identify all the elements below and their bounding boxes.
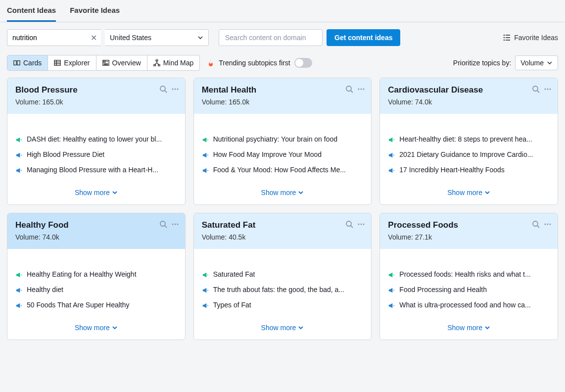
show-more-link[interactable]: Show more <box>380 318 558 340</box>
idea-row[interactable]: Food & Your Mood: How Food Affects Me... <box>202 162 364 178</box>
idea-text: Nutritional psychiatry: Your brain on fo… <box>213 135 337 143</box>
more-icon[interactable] <box>171 85 179 93</box>
svg-point-36 <box>547 89 548 90</box>
favorite-ideas-link[interactable]: Favorite Ideas <box>503 34 558 42</box>
show-more-link[interactable]: Show more <box>7 183 185 204</box>
topic-card: Cardiovascular DiseaseVolume: 74.0kHeart… <box>379 78 558 205</box>
view-segmented: Cards Explorer Overview Mind Map <box>7 55 200 71</box>
bullhorn-icon <box>15 167 23 174</box>
search-toolbar: ✕ United States Get content ideas Favori… <box>0 22 565 51</box>
svg-point-4 <box>504 38 505 38</box>
svg-line-29 <box>351 91 353 93</box>
search-icon[interactable] <box>345 85 353 93</box>
get-content-ideas-button[interactable]: Get content ideas <box>327 29 400 46</box>
bullhorn-icon <box>388 271 395 279</box>
idea-row[interactable]: Food Processing and Health <box>388 282 550 297</box>
topic-card: Saturated FatVolume: 40.5kSaturated FatT… <box>193 213 372 340</box>
svg-point-38 <box>160 221 165 226</box>
tab-favorite-ideas[interactable]: Favorite Ideas <box>70 0 120 22</box>
favorite-ideas-label: Favorite Ideas <box>514 34 558 42</box>
idea-row[interactable]: What is ultra-processed food and how ca.… <box>388 297 550 313</box>
prioritize-select[interactable]: Volume <box>515 55 558 70</box>
idea-row[interactable]: High Blood Pressure Diet <box>15 147 177 162</box>
bullhorn-icon <box>202 271 209 279</box>
clear-keyword-icon[interactable]: ✕ <box>87 33 101 43</box>
card-volume: Volume: 40.5k <box>202 233 364 241</box>
more-icon[interactable] <box>544 85 552 93</box>
chevron-down-icon <box>298 190 304 196</box>
svg-rect-17 <box>156 60 158 61</box>
show-more-link[interactable]: Show more <box>194 183 372 204</box>
keyword-input[interactable] <box>7 34 87 42</box>
trending-toggle[interactable] <box>294 58 312 68</box>
flame-icon <box>207 59 215 67</box>
chevron-down-icon <box>197 35 203 41</box>
idea-row[interactable]: Types of Fat <box>202 297 364 313</box>
svg-rect-6 <box>14 61 16 65</box>
search-icon[interactable] <box>532 85 540 93</box>
country-select[interactable]: United States <box>105 29 209 46</box>
more-icon[interactable] <box>171 220 179 228</box>
idea-row[interactable]: Nutritional psychiatry: Your brain on fo… <box>202 132 364 147</box>
idea-row[interactable]: Saturated Fat <box>202 267 364 282</box>
idea-row[interactable]: 17 Incredibly Heart-Healthy Foods <box>388 162 550 178</box>
svg-point-41 <box>174 224 176 225</box>
show-more-label: Show more <box>447 189 482 196</box>
search-icon[interactable] <box>532 220 540 228</box>
card-header[interactable]: Cardiovascular DiseaseVolume: 74.0k <box>380 78 558 114</box>
idea-row[interactable]: The truth about fats: the good, the bad,… <box>202 282 364 297</box>
mindmap-icon <box>153 59 160 66</box>
idea-row[interactable]: Healthy Eating for a Healthy Weight <box>15 267 177 282</box>
idea-row[interactable]: DASH diet: Healthy eating to lower your … <box>15 132 177 147</box>
card-header[interactable]: Blood PressureVolume: 165.0k <box>7 78 185 114</box>
search-icon[interactable] <box>159 220 167 228</box>
topic-card: Mental HealthVolume: 165.0kNutritional p… <box>193 78 372 205</box>
svg-rect-19 <box>158 65 160 66</box>
bullhorn-icon <box>388 136 395 144</box>
idea-text: 2021 Dietary Guidance to Improve Cardio.… <box>399 150 533 158</box>
card-body: Nutritional psychiatry: Your brain on fo… <box>194 114 372 183</box>
chevron-down-icon <box>484 190 490 196</box>
card-volume: Volume: 74.0k <box>388 98 550 106</box>
svg-point-30 <box>358 89 360 90</box>
show-more-link[interactable]: Show more <box>7 318 185 340</box>
search-icon[interactable] <box>345 220 353 228</box>
tab-content-ideas[interactable]: Content Ideas <box>7 0 56 22</box>
idea-row[interactable]: 50 Foods That Are Super Healthy <box>15 297 177 313</box>
svg-point-3 <box>504 35 505 36</box>
svg-line-44 <box>351 226 353 228</box>
view-mindmap[interactable]: Mind Map <box>147 55 199 70</box>
show-more-link[interactable]: Show more <box>194 318 372 340</box>
card-header[interactable]: Saturated FatVolume: 40.5k <box>194 213 372 249</box>
card-volume: Volume: 165.0k <box>15 98 177 106</box>
more-icon[interactable] <box>357 85 365 93</box>
more-icon[interactable] <box>357 220 365 228</box>
search-icon[interactable] <box>159 85 167 93</box>
bullhorn-icon <box>388 167 395 174</box>
view-overview[interactable]: Overview <box>96 55 147 70</box>
card-header[interactable]: Mental HealthVolume: 165.0k <box>194 78 372 114</box>
svg-rect-18 <box>154 65 156 66</box>
more-icon[interactable] <box>544 220 552 228</box>
view-cards[interactable]: Cards <box>7 55 48 70</box>
view-explorer[interactable]: Explorer <box>48 55 96 70</box>
idea-text: High Blood Pressure Diet <box>27 150 104 158</box>
idea-text: Healthy Eating for a Healthy Weight <box>27 270 137 278</box>
svg-line-39 <box>165 226 167 228</box>
chevron-down-icon <box>484 325 490 331</box>
idea-text: Managing Blood Pressure with a Heart-H..… <box>27 166 158 174</box>
show-more-link[interactable]: Show more <box>380 183 558 204</box>
domain-input[interactable] <box>219 29 323 46</box>
idea-row[interactable]: Heart-healthy diet: 8 steps to prevent h… <box>388 132 550 147</box>
idea-row[interactable]: Processed foods: Health risks and what t… <box>388 267 550 282</box>
idea-text: How Food May Improve Your Mood <box>213 150 322 158</box>
card-header[interactable]: Healthy FoodVolume: 74.0k <box>7 213 185 249</box>
idea-row[interactable]: How Food May Improve Your Mood <box>202 147 364 162</box>
idea-row[interactable]: Managing Blood Pressure with a Heart-H..… <box>15 162 177 178</box>
idea-text: DASH diet: Healthy eating to lower your … <box>27 135 162 143</box>
idea-row[interactable]: Healthy diet <box>15 282 177 297</box>
idea-row[interactable]: 2021 Dietary Guidance to Improve Cardio.… <box>388 147 550 162</box>
card-header[interactable]: Processed FoodsVolume: 27.1k <box>380 213 558 249</box>
page-tabs: Content Ideas Favorite Ideas <box>0 0 565 22</box>
svg-point-26 <box>174 89 176 90</box>
